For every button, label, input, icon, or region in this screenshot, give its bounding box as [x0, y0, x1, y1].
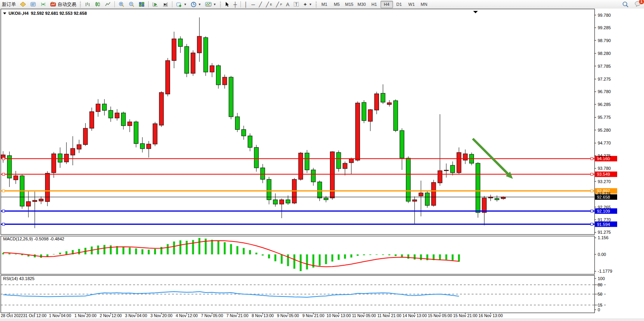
candlestick	[134, 122, 138, 144]
symbol-period-label: UKOil-,H4	[9, 11, 28, 16]
macd-histogram-bar	[395, 254, 397, 256]
candlestick	[356, 103, 360, 160]
chart-collapse-icon[interactable]	[3, 12, 6, 14]
rsi-tick-label: 15	[598, 303, 602, 307]
macd-histogram-bar	[281, 254, 283, 264]
macd-pane[interactable]	[1, 236, 595, 274]
timeframe-button-h4[interactable]: H4	[381, 1, 393, 8]
line-handle[interactable]	[591, 223, 593, 226]
macd-histogram-bar	[198, 238, 200, 254]
line-handle[interactable]	[2, 173, 5, 175]
candlestick	[343, 163, 347, 169]
macd-histogram-bar	[388, 254, 390, 255]
ohlc-values: 92.592 92.681 92.553 92.658	[31, 11, 87, 16]
line-handle[interactable]	[2, 210, 5, 212]
toolbar-separator	[114, 1, 115, 7]
line-handle[interactable]	[2, 223, 5, 226]
cursor-tool-button[interactable]	[223, 0, 232, 8]
signals-icon[interactable]	[38, 0, 48, 8]
candlestick	[102, 104, 107, 110]
fibonacci-tool[interactable]: ╱F	[274, 0, 284, 8]
price-tag-value: 91.594	[597, 222, 610, 227]
time-tick-label: 15 Nov 05:00	[428, 313, 452, 318]
time-tick-label: 1 Nov 20:00	[74, 313, 97, 318]
search-button[interactable]	[620, 0, 631, 8]
fibonacci-icon: ╱	[276, 2, 279, 7]
text-label-tool[interactable]: T	[291, 0, 301, 8]
arrows-tool[interactable]: ✦ ▼	[301, 0, 314, 8]
zoom-in-button[interactable]	[116, 0, 126, 8]
zoom-out-button[interactable]	[126, 0, 137, 8]
macd-histogram-bar	[306, 254, 308, 270]
new-order-label: 新订单	[2, 1, 16, 8]
macd-histogram-bar	[230, 244, 232, 254]
candlestick	[229, 77, 233, 117]
bar-chart-mode-button[interactable]	[82, 0, 93, 8]
macd-histogram-bar	[287, 254, 289, 266]
template-button[interactable]: ▼	[203, 0, 218, 8]
svg-text:T: T	[295, 2, 297, 7]
rsi-tick-label: 0	[598, 307, 600, 312]
line-handle[interactable]	[591, 190, 593, 192]
price-tick-label: 94.770	[598, 141, 611, 145]
line-handle[interactable]	[591, 210, 593, 212]
price-tick-label: 96.780	[598, 89, 611, 94]
auto-scroll-button[interactable]	[150, 0, 160, 8]
timeframe-button-w1[interactable]: W1	[405, 1, 418, 8]
candlestick	[64, 154, 68, 162]
price-tick-label: 94.275	[598, 153, 611, 158]
macd-histogram-bar	[53, 254, 55, 254]
add-indicator-button[interactable]: ▼	[174, 0, 189, 8]
crosshair-tool-button[interactable]: ┼	[232, 0, 239, 8]
vertical-line-tool[interactable]: │	[242, 0, 249, 8]
time-tick-label: 9 Nov 05:00	[277, 313, 299, 318]
toolbar-grip	[315, 1, 317, 7]
notification-badge: 1	[639, 0, 644, 5]
macd-histogram-bar	[192, 240, 194, 254]
price-tick-label: 98.790	[598, 38, 611, 43]
text-tool[interactable]: A	[284, 0, 291, 8]
timeframe-button-m5[interactable]: M5	[331, 1, 343, 8]
line-handle[interactable]	[2, 190, 5, 192]
candlestick	[362, 102, 366, 121]
chart-shift-button[interactable]	[160, 0, 170, 8]
tile-windows-button[interactable]	[137, 0, 147, 8]
candlestick	[184, 46, 189, 73]
chart-canvas[interactable]: 94.16093.54992.89792.65892.10991.59499.7…	[0, 9, 644, 321]
macd-histogram-bar	[15, 254, 17, 254]
timeframe-button-m1[interactable]: M1	[318, 1, 331, 8]
toolbar-separator	[172, 1, 172, 7]
timeframe-button-mn[interactable]: MN	[418, 1, 430, 8]
candlestick	[197, 36, 202, 53]
line-handle[interactable]	[591, 173, 593, 175]
timeframe-button-m15[interactable]: M15	[343, 1, 356, 8]
line-handle[interactable]	[591, 157, 593, 160]
rsi-tick-label: 80	[598, 282, 602, 287]
candlestick	[14, 176, 18, 180]
candlestick	[368, 109, 372, 121]
candlestick-mode-button[interactable]	[93, 0, 103, 8]
candlestick	[337, 153, 341, 169]
price-tick-label: 96.285	[598, 102, 611, 107]
line-handle[interactable]	[2, 157, 5, 160]
order-book-icon[interactable]	[18, 0, 28, 8]
macd-histogram-bar	[338, 254, 340, 260]
timeframe-button-m30[interactable]: M30	[356, 1, 368, 8]
candlestick	[374, 94, 379, 110]
line-chart-mode-button[interactable]	[103, 0, 113, 8]
price-tick-label: 99.285	[598, 25, 611, 30]
timeframe-button-h1[interactable]: H1	[368, 1, 381, 8]
macd-histogram-bar	[255, 253, 257, 254]
trendline-tool[interactable]: ╱	[257, 0, 264, 8]
candlestick	[406, 158, 411, 201]
macd-histogram-bar	[21, 254, 23, 255]
period-clock-button[interactable]: ▼	[189, 0, 203, 8]
new-order-button[interactable]: 新订单	[0, 0, 18, 8]
timeframe-button-d1[interactable]: D1	[393, 1, 405, 8]
market-depth-icon[interactable]	[28, 0, 38, 8]
horizontal-line-tool[interactable]: ─	[249, 0, 257, 8]
candlestick	[318, 182, 322, 198]
channel-tool[interactable]: ╱E	[264, 0, 274, 8]
notifications-button[interactable]: 1	[635, 1, 642, 8]
autotrading-button[interactable]: 自动交易	[48, 0, 78, 8]
